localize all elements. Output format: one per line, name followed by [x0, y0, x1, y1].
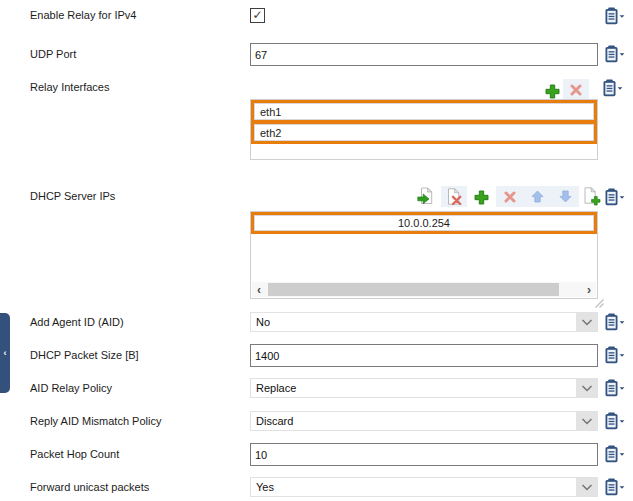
scroll-left-icon[interactable]: ‹	[252, 282, 266, 297]
list-item-label: 10.0.0.254	[398, 217, 450, 229]
reply-aid-mismatch-select[interactable]: Discard	[250, 411, 598, 431]
delete-ip-button[interactable]	[503, 190, 517, 204]
enable-relay-label: Enable Relay for IPv4	[30, 9, 136, 21]
delete-interface-button[interactable]	[563, 79, 589, 100]
row-menu-icon[interactable]	[602, 79, 623, 97]
horizontal-scrollbar[interactable]: ‹ ›	[252, 282, 596, 297]
row-menu-icon[interactable]	[604, 45, 625, 63]
add-aid-select[interactable]: No	[250, 312, 598, 332]
selected-value: No	[251, 316, 576, 328]
row-menu-icon[interactable]	[604, 188, 625, 206]
packet-hop-count-label: Packet Hop Count	[30, 448, 119, 460]
scroll-right-icon[interactable]: ›	[582, 282, 596, 297]
row-menu-icon[interactable]	[604, 445, 625, 463]
list-item[interactable]: eth1	[251, 100, 597, 123]
move-down-button[interactable]	[559, 190, 572, 203]
udp-port-input[interactable]	[250, 43, 598, 66]
selected-value: Replace	[251, 382, 576, 394]
add-aid-label: Add Agent ID (AID)	[30, 316, 124, 328]
add-entry-button[interactable]	[583, 187, 601, 206]
aid-relay-policy-select[interactable]: Replace	[250, 378, 598, 398]
selected-value: Discard	[251, 415, 576, 427]
relay-interfaces-label: Relay Interfaces	[30, 81, 109, 93]
list-edit-toolbar	[496, 186, 579, 207]
chevron-down-icon[interactable]	[576, 478, 597, 496]
row-menu-icon[interactable]	[604, 379, 625, 397]
selected-value: Yes	[251, 481, 576, 493]
chevron-down-icon[interactable]	[576, 313, 597, 331]
dhcp-packet-size-label: DHCP Packet Size [B]	[30, 349, 139, 361]
row-menu-icon[interactable]	[604, 412, 625, 430]
dhcp-relay-settings-form: ‹ Enable Relay for IPv4 ✓ UDP Port Relay…	[0, 0, 633, 501]
list-item[interactable]: 10.0.0.254	[251, 212, 597, 234]
add-interface-button[interactable]	[544, 83, 560, 99]
enable-relay-checkbox[interactable]: ✓	[250, 8, 265, 23]
row-menu-icon[interactable]	[604, 313, 625, 331]
move-up-button[interactable]	[531, 190, 544, 203]
edit-entry-button[interactable]	[417, 187, 435, 205]
dhcp-server-ips-list[interactable]: 10.0.0.254 ‹ ›	[250, 211, 598, 299]
forward-unicast-select[interactable]: Yes	[250, 477, 598, 497]
packet-hop-count-input[interactable]	[250, 443, 598, 466]
clear-entry-button[interactable]	[441, 186, 467, 207]
chevron-down-icon[interactable]	[576, 412, 597, 430]
list-item-label: eth2	[260, 127, 281, 139]
check-icon: ✓	[252, 9, 262, 21]
dhcp-packet-size-input[interactable]	[250, 344, 598, 367]
row-menu-icon[interactable]	[604, 346, 625, 364]
list-item[interactable]: eth2	[251, 121, 597, 144]
row-menu-icon[interactable]	[604, 478, 625, 496]
chevron-down-icon[interactable]	[576, 379, 597, 397]
list-item-label: eth1	[260, 106, 281, 118]
scrollbar-thumb[interactable]	[268, 283, 559, 296]
dhcp-server-ips-label: DHCP Server IPs	[30, 190, 115, 202]
row-menu-icon[interactable]	[604, 7, 625, 25]
chevron-left-icon: ‹	[4, 348, 7, 358]
aid-relay-policy-label: AID Relay Policy	[30, 382, 112, 394]
udp-port-label: UDP Port	[30, 48, 76, 60]
relay-interfaces-list[interactable]: eth1 eth2	[250, 99, 598, 160]
collapse-panel-tab[interactable]: ‹	[0, 313, 10, 393]
add-ip-button[interactable]	[473, 189, 489, 205]
reply-aid-mismatch-label: Reply AID Mismatch Policy	[30, 415, 161, 427]
forward-unicast-label: Forward unicast packets	[30, 481, 149, 493]
resize-grip[interactable]	[595, 298, 604, 307]
